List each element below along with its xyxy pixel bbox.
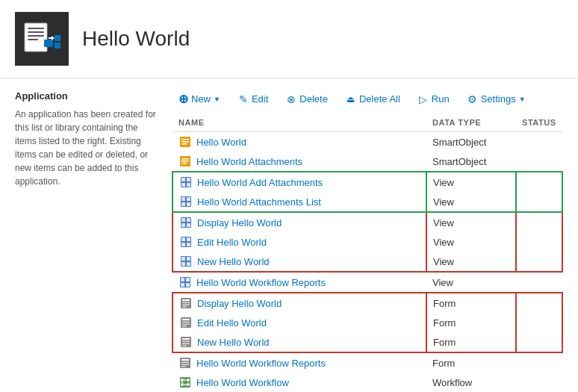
table-row[interactable]: Display Hello World View [173,212,562,232]
svg-rect-16 [181,161,189,162]
type-cell: View [426,172,516,192]
svg-point-70 [187,379,190,382]
item-name-link[interactable]: Hello World Add Attachments [197,177,323,188]
svg-rect-32 [187,223,190,227]
svg-rect-5 [44,40,53,47]
settings-button[interactable]: ⚙ Settings ▼ [462,90,532,108]
svg-rect-17 [181,163,187,164]
table-row[interactable]: Hello World Add Attachments View [173,172,562,192]
svg-rect-57 [182,326,187,327]
svg-rect-37 [187,243,190,246]
name-cell: Hello World [173,132,426,152]
svg-rect-51 [182,305,190,306]
col-header-type: DATA TYPE [426,115,516,132]
status-cell [516,293,562,313]
item-name-link[interactable]: Hello World Attachments List [197,196,321,208]
svg-rect-21 [181,183,185,187]
svg-rect-22 [187,183,190,187]
svg-rect-27 [187,202,190,206]
table-row[interactable]: Hello World Attachments List View [173,192,562,212]
view-icon [179,235,193,249]
table-row[interactable]: Hello World SmartObject [173,132,562,152]
svg-rect-47 [186,283,190,287]
table-row[interactable]: Hello World Workflow Reports View [173,272,562,293]
svg-rect-46 [181,283,184,287]
item-name-link[interactable]: Hello World Attachments [196,156,302,167]
delete-label: Delete [299,93,328,105]
run-button[interactable]: ▷ Run [412,90,456,108]
type-cell: SmartObject [426,132,516,152]
item-name-link[interactable]: Hello World Workflow [196,377,289,388]
svg-marker-9 [52,36,55,40]
svg-rect-45 [186,278,190,281]
name-cell: New Hello World [173,332,426,352]
item-name-link[interactable]: Hello World Workflow Reports [196,358,326,369]
item-name-link[interactable]: Display Hello World [197,298,282,309]
svg-rect-64 [181,359,189,361]
table-row[interactable]: Display Hello World Form [173,293,562,313]
item-name-link[interactable]: New Hello World [197,256,270,267]
table-row[interactable]: Hello World Attachments SmartObject [173,152,562,172]
svg-rect-19 [181,178,185,181]
svg-rect-34 [181,237,185,241]
svg-rect-50 [182,302,190,304]
type-cell: View [426,192,516,212]
smartobject-icon [178,135,192,149]
new-button[interactable]: ⊕ New ▼ [172,90,226,108]
type-cell: Form [426,332,516,352]
toolbar: ⊕ New ▼ ✎ Edit ⊗ Delete ⏏ Delete All ▷ [172,90,563,108]
type-cell: SmartObject [426,152,516,172]
svg-point-71 [181,383,184,386]
delete-button[interactable]: ⊗ Delete [280,90,334,108]
type-cell: Form [426,293,516,313]
view-icon [179,195,193,208]
svg-point-72 [187,383,190,386]
view-icon [179,216,193,229]
name-cell: Hello World Attachments List [173,192,426,212]
svg-rect-52 [182,306,187,308]
delete-all-button[interactable]: ⏏ Delete All [340,90,406,108]
page-title: Hello World [82,27,190,51]
new-label: New [191,93,211,105]
table-row[interactable]: New Hello World Form [173,332,562,352]
svg-rect-36 [181,243,185,246]
edit-button[interactable]: ✎ Edit [232,90,274,108]
table-row[interactable]: Edit Hello World View [173,232,562,252]
item-name-link[interactable]: Edit Hello World [197,237,267,248]
name-cell: Hello World Workflow [173,373,426,392]
svg-rect-15 [181,158,189,160]
status-cell [516,232,562,252]
run-icon: ▷ [418,94,429,105]
status-cell [516,332,562,352]
status-cell [516,132,562,152]
name-cell: Edit Hello World [173,232,426,252]
svg-rect-4 [28,39,38,40]
item-name-link[interactable]: Edit Hello World [197,317,267,329]
table-row[interactable]: Hello World Workflow Reports Form [173,352,562,373]
svg-rect-11 [181,139,189,140]
item-name-link[interactable]: New Hello World [197,337,270,348]
items-table: NAME DATA TYPE STATUS Hello World SmartO… [172,115,563,392]
table-row[interactable]: Edit Hello World Form [173,313,562,332]
new-dropdown-arrow: ▼ [214,96,220,103]
name-cell: Hello World Attachments [173,152,426,172]
svg-rect-44 [181,278,184,281]
item-name-link[interactable]: Display Hello World [197,217,282,228]
item-name-link[interactable]: Hello World [196,137,246,148]
status-cell [516,192,562,212]
table-row[interactable]: Hello World Workflow Workflow [173,373,562,392]
app-icon [15,12,69,66]
table-row[interactable]: New Hello World View [173,252,562,272]
run-label: Run [432,93,450,105]
smartobject-icon [178,155,192,168]
status-cell [516,352,562,373]
form-icon [178,356,192,370]
name-cell: Hello World Workflow Reports [173,352,426,373]
svg-rect-59 [182,338,190,340]
settings-label: Settings [481,93,516,105]
delete-all-icon: ⏏ [346,94,356,105]
form-icon [179,316,193,329]
settings-dropdown-arrow: ▼ [519,96,526,103]
item-name-link[interactable]: Hello World Workflow Reports [196,277,326,288]
svg-rect-13 [181,143,187,145]
